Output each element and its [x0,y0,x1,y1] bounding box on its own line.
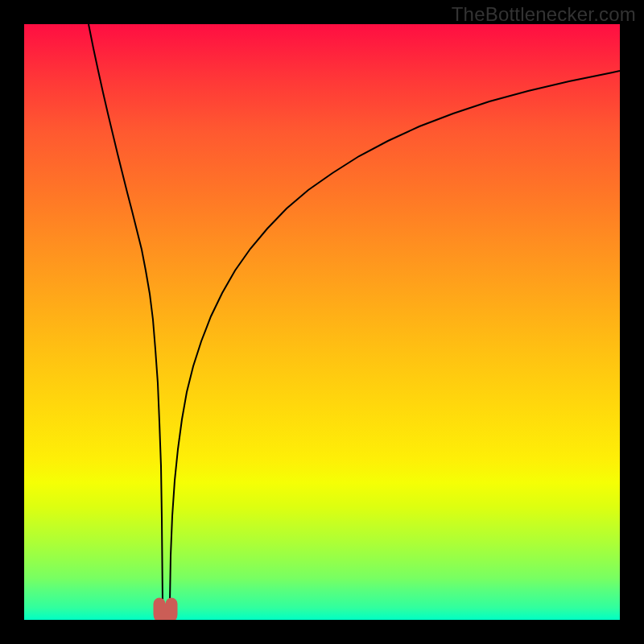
plot-area [24,24,620,620]
chart-svg [24,24,620,620]
chart-frame: TheBottlenecker.com [0,0,644,644]
bottleneck-curve [89,24,620,620]
attribution-text: TheBottlenecker.com [452,3,636,26]
optimal-marker [159,604,171,617]
